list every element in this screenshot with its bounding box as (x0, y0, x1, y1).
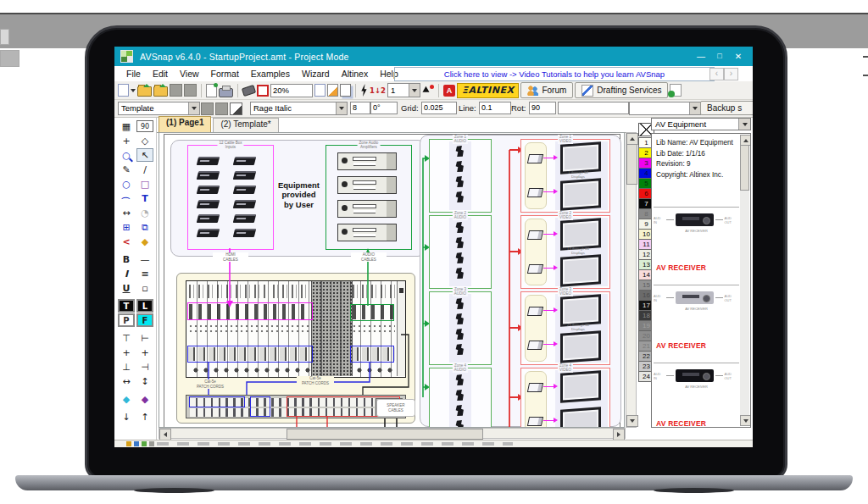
symbol-name-input[interactable] (558, 102, 629, 114)
menu-item[interactable]: Edit (153, 69, 168, 79)
save-all-icon[interactable] (184, 84, 197, 97)
line-input[interactable]: 0.1 (479, 102, 511, 114)
tool-gap-2[interactable] (118, 296, 156, 298)
space-horizontal-tool[interactable]: ↔ (118, 374, 135, 388)
stretch-object-tool[interactable]: ◆ (136, 392, 153, 406)
import-file-icon[interactable] (153, 86, 168, 97)
text-tool[interactable]: T (136, 191, 153, 205)
center-horizontal-tool[interactable]: + (118, 346, 135, 359)
open-file-icon[interactable] (137, 86, 152, 97)
menu-item[interactable]: Altinex (342, 69, 369, 79)
tool-gap-5[interactable] (118, 407, 156, 409)
scroll-right-button[interactable] (613, 429, 625, 440)
outline-mode-tool[interactable]: ▫ (136, 281, 153, 295)
align-left-tool[interactable]: ⊢ (136, 331, 153, 345)
scrollbar-thumb[interactable] (626, 144, 637, 185)
nav-next-button[interactable]: › (724, 68, 738, 80)
quick-connect-icon[interactable] (360, 84, 368, 97)
pointer-star-icon[interactable] (422, 85, 434, 97)
page-color-icon[interactable] (327, 84, 338, 97)
zoom-input[interactable]: 20% (270, 84, 313, 97)
backup-button[interactable]: Backup s (700, 101, 753, 115)
text-align-tool[interactable]: ≡ (136, 267, 153, 280)
dimension-tool[interactable]: ↔ (118, 206, 135, 219)
rotation-input[interactable]: 90 (529, 102, 556, 114)
mail-icon[interactable] (670, 84, 682, 97)
page-tab[interactable]: (1) Page1 (159, 116, 211, 132)
style-select[interactable]: Template (118, 102, 200, 115)
minimize-button[interactable]: — (692, 47, 710, 66)
dropdown-arrow-icon[interactable] (689, 102, 700, 114)
table-tool[interactable]: ⊞ (118, 220, 135, 234)
connector-tool[interactable]: < (118, 235, 135, 248)
library-scrollbar[interactable] (740, 135, 749, 426)
font-select[interactable]: Rage Italic (250, 102, 348, 115)
scroll-down-button[interactable] (740, 415, 751, 426)
maximize-button[interactable]: □ (710, 47, 729, 66)
menu-item[interactable]: Wizard (302, 69, 330, 79)
print-icon[interactable] (219, 88, 233, 97)
align-bottom-tool[interactable]: ⊥ (118, 360, 135, 374)
style-page-icon[interactable] (230, 102, 242, 115)
page-border-icon[interactable] (257, 85, 269, 97)
font-size-input[interactable]: 8 (350, 102, 370, 114)
line-tool[interactable]: ∕ (136, 163, 153, 176)
library-select[interactable]: AV Equipment (651, 118, 751, 130)
scroll-down-button[interactable] (626, 415, 638, 427)
label-tag-tool[interactable]: ◆ (136, 235, 153, 248)
rotate-90-tool[interactable]: 90 (136, 120, 153, 132)
center-vertical-tool[interactable]: + (136, 346, 153, 359)
tool-gap-3[interactable] (118, 328, 156, 330)
scale-object-tool[interactable]: ◆ (118, 392, 135, 406)
layer-select[interactable]: 1 (387, 83, 420, 97)
line-weight-tool[interactable]: — (136, 252, 153, 266)
dropdown-arrow-icon[interactable] (738, 119, 750, 130)
zoom-tool[interactable]: ○ (118, 148, 135, 162)
menu-item[interactable]: View (180, 69, 199, 79)
snap-point-tool[interactable]: + (118, 134, 135, 147)
library-item[interactable]: AUD IN AUD OUT AV RECEIVER AV RECEIVER (654, 207, 739, 285)
close-button[interactable]: ✕ (729, 47, 748, 66)
page-color-swatch[interactable]: P (118, 313, 135, 327)
italic-tool[interactable]: I (118, 267, 135, 280)
menu-item[interactable]: Examples (251, 69, 290, 79)
altinex-logo-button[interactable]: ΞALTINEX (457, 83, 519, 98)
drawing-canvas[interactable]: 12 Cable Box Inputs Equipment provided b… (159, 132, 625, 428)
tool-gap-1[interactable] (118, 249, 156, 252)
arc-tool[interactable]: ( (120, 190, 133, 207)
sort-order-icon[interactable]: 1↓2 (370, 86, 386, 95)
snap-pen-icon[interactable] (206, 84, 217, 97)
symbol-select[interactable] (629, 102, 701, 115)
vertical-scrollbar[interactable] (626, 132, 637, 428)
forum-button[interactable]: Forum (520, 82, 573, 98)
library-item[interactable]: AUD IN AUD OUT AV RECEIVER AV RECEIVER (654, 285, 739, 363)
eraser-icon[interactable] (242, 84, 256, 96)
tool-gap-4[interactable] (118, 389, 156, 391)
dropdown-arrow-icon[interactable] (188, 102, 199, 114)
space-vertical-tool[interactable]: ↕ (136, 374, 153, 388)
scrollbar-thumb[interactable] (740, 145, 749, 191)
menu-item[interactable]: Format (211, 69, 239, 79)
rectangle-tool[interactable]: □ (136, 177, 153, 191)
dropdown-arrow-icon[interactable] (336, 102, 347, 114)
menu-item[interactable]: File (126, 69, 141, 79)
bold-tool[interactable]: B (118, 252, 135, 266)
pdf-export-icon[interactable]: A (443, 85, 455, 97)
save-icon[interactable] (170, 84, 182, 97)
horizontal-scrollbar[interactable] (159, 428, 626, 439)
push-down-tool[interactable]: ↓ (118, 410, 135, 424)
push-up-tool[interactable]: ↑ (136, 410, 153, 424)
video-tutorials-link[interactable]: Click here to view -> Video Tutorials to… (394, 67, 715, 81)
underline-tool[interactable]: U (118, 281, 135, 295)
drafting-services-button[interactable]: Drafting Services (575, 82, 668, 98)
new-file-icon[interactable] (118, 84, 129, 97)
select-tool[interactable]: ↖ (136, 148, 153, 162)
library-item[interactable]: AUD IN AUD OUT AV RECEIVER AV RECEIVER (654, 363, 739, 428)
align-right-tool[interactable]: ⊣ (136, 360, 153, 374)
freehand-tool[interactable]: ✎ (118, 163, 135, 176)
text-angle-input[interactable]: 0° (370, 102, 398, 114)
diamond-tool[interactable]: ◇ (136, 134, 153, 147)
style-save-icon[interactable] (201, 102, 214, 115)
nav-prev-button[interactable]: ‹ (709, 68, 724, 80)
scrollbar-thumb[interactable] (287, 429, 483, 440)
